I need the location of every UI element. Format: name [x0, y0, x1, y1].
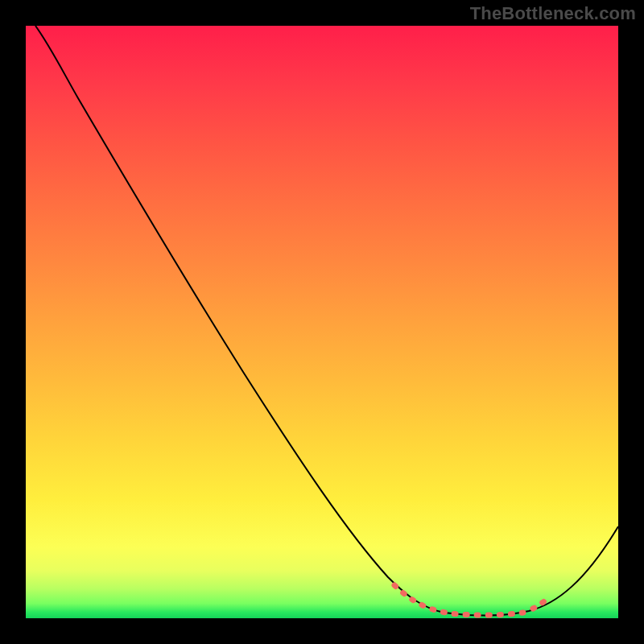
- bottleneck-curve: [35, 26, 618, 616]
- chart-frame: TheBottleneck.com: [0, 0, 644, 644]
- curve-svg: [26, 26, 618, 618]
- plot-area: [26, 26, 618, 618]
- watermark-text: TheBottleneck.com: [470, 3, 636, 24]
- optimal-range-indicator-left: [394, 585, 523, 615]
